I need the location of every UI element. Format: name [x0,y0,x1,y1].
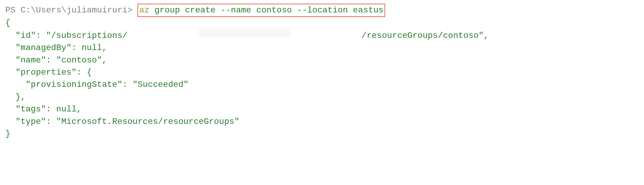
json-properties-close: }, [5,91,639,103]
json-properties-open: "properties": { [5,66,639,79]
shell-name: PS [5,5,15,15]
command-executable[interactable]: az [139,5,149,15]
command-subcommand: group create [155,5,215,15]
prompt-path: C:\Users\juliamuiruri [21,5,127,15]
json-brace-close: } [5,128,639,140]
json-name: "name": "contoso", [5,54,639,66]
flag-location: --location [297,5,348,15]
json-id-key: "id": [15,30,41,42]
command-highlight-box: az group create --name contoso --locatio… [138,4,385,17]
json-output: { "id": "/subscriptions//resourceGroups/… [5,17,639,140]
redacted-subscription-id [199,29,290,37]
json-id-suffix: /resourceGroups/contoso", [361,30,489,42]
value-location: eastus [353,5,383,15]
json-provisioning-state: "provisioningState": "Succeeded" [5,79,639,91]
prompt-symbol: > [127,5,133,15]
json-managedby: "managedBy": null, [5,42,639,54]
json-id-prefix: "/subscriptions/ [46,30,127,42]
flag-name: --name [221,5,251,15]
prompt-line: PS C:\Users\juliamuiruri> az group creat… [5,4,639,17]
json-tags: "tags": null, [5,103,639,115]
json-brace-open: { [5,17,639,29]
json-id-line: "id": "/subscriptions//resourceGroups/co… [5,29,489,42]
json-type: "type": "Microsoft.Resources/resourceGro… [5,116,639,128]
value-name: contoso [256,5,292,15]
